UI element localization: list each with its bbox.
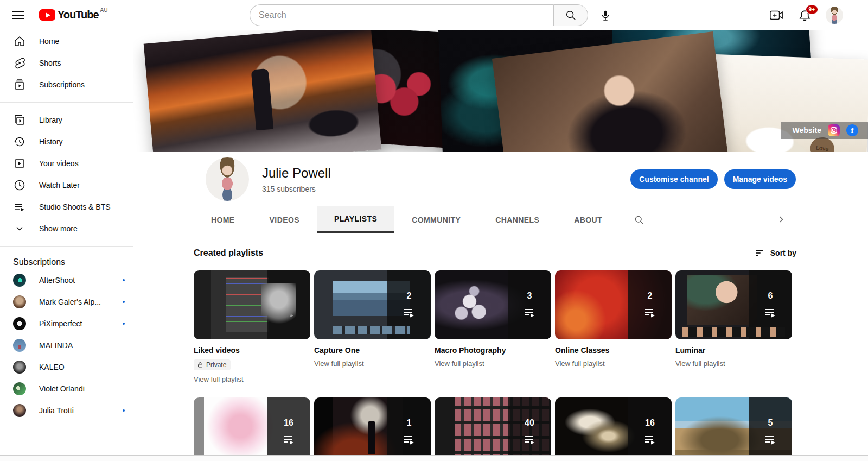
playlist-title[interactable]: Online Classes (555, 346, 672, 355)
instagram-icon[interactable] (828, 124, 840, 136)
sort-by-button[interactable]: Sort by (754, 248, 796, 258)
channel-actions: Customise channel Manage videos (630, 169, 796, 189)
playlist-card-capture-one: 2 Capture One View full playlist (314, 270, 431, 383)
subscription-mark-galer[interactable]: Mark Galer's Alp... (0, 291, 133, 313)
playlist-play-icon (523, 306, 536, 319)
tab-about[interactable]: ABOUT (557, 206, 620, 233)
subscription-malinda[interactable]: MALINDA (0, 334, 133, 356)
tab-playlists[interactable]: PLAYLISTS (317, 206, 394, 233)
search-button[interactable] (553, 4, 588, 26)
subscriptions-heading: Subscriptions (0, 253, 133, 269)
sidebar-item-your-videos[interactable]: Your videos (0, 153, 133, 174)
video-count: 183 (282, 291, 296, 301)
playlist-thumbnail[interactable]: 2 (314, 270, 431, 339)
playlist-thumbnail[interactable]: 2 (555, 270, 672, 339)
view-full-playlist-link[interactable]: View full playlist (194, 375, 310, 383)
menu-icon[interactable] (12, 9, 24, 21)
sidebar-item-subscriptions[interactable]: Subscriptions (0, 74, 133, 96)
create-video-button[interactable] (769, 8, 783, 22)
playlist-play-icon (643, 433, 656, 446)
sidebar-item-shorts[interactable]: Shorts (0, 52, 133, 74)
home-icon (13, 35, 26, 48)
sidebar-item-show-more[interactable]: Show more (0, 218, 133, 239)
subscription-violet-orlandi[interactable]: Violet Orlandi (0, 378, 133, 400)
sidebar-item-home[interactable]: Home (0, 30, 133, 52)
tabs-scroll-right-icon[interactable] (776, 214, 787, 225)
playlist-title[interactable]: Liked videos (194, 346, 310, 355)
subscription-name: Violet Orlandi (39, 384, 125, 393)
playlist-thumbnail[interactable]: 6 (675, 270, 792, 339)
tab-channels[interactable]: CHANNELS (478, 206, 557, 233)
channel-profile-avatar (206, 157, 249, 201)
new-content-dot (123, 323, 125, 325)
customise-channel-button[interactable]: Customise channel (630, 169, 717, 189)
video-count: 6 (768, 291, 773, 301)
playlist-icon (13, 200, 26, 213)
playlist-play-icon (403, 433, 416, 446)
playlist-thumbnail[interactable]: 40 (435, 397, 551, 461)
sidebar-item-studio-shoots[interactable]: Studio Shoots & BTS (0, 196, 133, 218)
subscription-kaleo[interactable]: KALEO (0, 356, 133, 378)
playlist-title[interactable]: Macro Photography (435, 346, 551, 355)
playlist-play-icon (764, 306, 777, 319)
channel-search-icon[interactable] (620, 206, 659, 233)
view-full-playlist-link[interactable]: View full playlist (675, 359, 792, 368)
playlist-card-row2-3: 40 (435, 397, 551, 461)
subscriptions-icon (13, 78, 26, 91)
sidebar-item-watch-later[interactable]: Watch Later (0, 174, 133, 196)
search-input[interactable] (250, 4, 553, 26)
playlist-thumbnail[interactable]: 16 (194, 397, 310, 461)
subscription-name: AfterShoot (39, 276, 118, 285)
new-content-dot (123, 409, 125, 412)
tab-home[interactable]: HOME (194, 206, 252, 233)
search-bar (250, 4, 588, 26)
playlist-count-overlay: 6 (749, 270, 792, 339)
sidebar-item-label: Show more (39, 224, 78, 233)
playlist-thumbnail[interactable]: 1 (314, 397, 431, 461)
mic-button[interactable] (595, 4, 616, 26)
sidebar-item-history[interactable]: History (0, 131, 133, 153)
video-count: 1 (407, 418, 412, 428)
mic-icon (599, 9, 611, 21)
playlist-thumbnail[interactable]: 5 (675, 397, 792, 461)
view-full-playlist-link[interactable]: View full playlist (435, 359, 551, 368)
view-full-playlist-link[interactable]: View full playlist (555, 359, 672, 368)
playlist-count-overlay: 1 (387, 397, 431, 461)
sidebar-item-label: Library (39, 116, 62, 124)
chevron-down-icon (13, 222, 26, 235)
playlist-card-online-classes: 2 Online Classes View full playlist (555, 270, 672, 383)
view-full-playlist-link[interactable]: View full playlist (314, 359, 431, 368)
sidebar-divider (0, 102, 133, 103)
playlist-title[interactable]: Luminar (675, 346, 792, 355)
playlists-grid: 183 Liked videos Private View full playl… (133, 270, 868, 461)
tab-videos[interactable]: VIDEOS (252, 206, 317, 233)
sidebar-item-library[interactable]: Library (0, 109, 133, 131)
website-link[interactable]: Website (793, 126, 821, 135)
subscription-name: Julia Trotti (39, 406, 118, 415)
manage-videos-button[interactable]: Manage videos (724, 169, 796, 189)
privacy-badge: Private (194, 359, 231, 370)
facebook-icon[interactable]: f (846, 124, 858, 136)
new-content-dot (123, 301, 125, 303)
youtube-logo[interactable]: YouTube AU (39, 8, 107, 21)
playlist-thumbnail[interactable]: 183 (194, 270, 310, 339)
playlist-thumbnail[interactable]: 16 (555, 397, 672, 461)
sidebar-item-label: Studio Shoots & BTS (39, 203, 111, 211)
notifications-button[interactable]: 9+ (797, 8, 812, 22)
your-videos-icon (13, 157, 26, 170)
youtube-play-icon (39, 9, 55, 21)
playlist-thumbnail[interactable]: 3 (435, 270, 551, 339)
subscription-julia-trotti[interactable]: Julia Trotti (0, 400, 133, 421)
playlist-play-icon (764, 433, 777, 446)
channel-avatar (13, 274, 26, 287)
banner-photo-surreal (144, 30, 382, 152)
subscription-aftershoot[interactable]: AfterShoot (0, 269, 133, 291)
playlist-title[interactable]: Capture One (314, 346, 431, 355)
account-avatar[interactable] (826, 7, 843, 24)
playlist-count-overlay: 5 (749, 397, 792, 461)
tab-community[interactable]: COMMUNITY (394, 206, 478, 233)
sidebar-item-label: Home (39, 37, 59, 46)
video-count: 5 (768, 418, 773, 428)
subscription-name: KALEO (39, 363, 125, 371)
subscription-piximperfect[interactable]: PiXimperfect (0, 313, 133, 334)
